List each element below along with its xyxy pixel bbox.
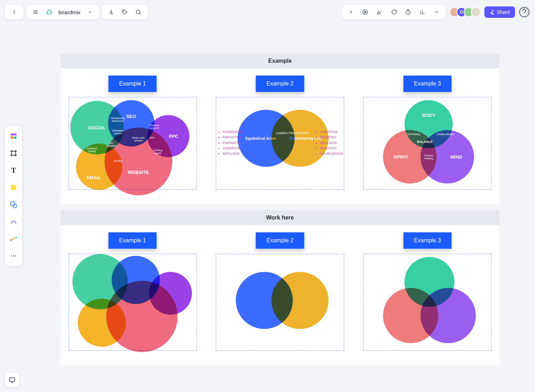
connector-icon[interactable] (7, 232, 20, 245)
svg-rect-13 (11, 134, 17, 136)
work1-label: Example 1 (108, 232, 157, 249)
example-section: Example 1 SOCIAL SEO PPC EMAIL WEBSITE C… (61, 68, 499, 204)
shape-icon[interactable] (7, 198, 20, 211)
label-cro: CRO (149, 136, 155, 139)
label-keyword: Keyword research (147, 124, 162, 130)
venn-example3[interactable]: BODY SPIRIT MIND BALANCE Self healing He… (363, 97, 491, 190)
comment-icon[interactable] (388, 6, 399, 18)
label-healthy: Healthy lifestyle (435, 133, 456, 136)
templates-icon[interactable] (7, 130, 20, 143)
help-icon[interactable] (519, 6, 530, 18)
document-title[interactable]: boardmix (57, 9, 82, 15)
more-icon[interactable] (7, 249, 20, 262)
search-icon[interactable] (133, 6, 144, 18)
play-circle-icon[interactable] (360, 6, 371, 18)
tag-icon[interactable] (119, 6, 131, 18)
svg-point-22 (10, 239, 12, 241)
svg-point-4 (136, 10, 140, 14)
cloud-sync-icon (44, 6, 55, 18)
label-reshare: Reshareable influencers (111, 117, 125, 123)
share-label: Share (497, 9, 510, 15)
chevron-right-icon[interactable] (345, 6, 357, 18)
label-center: Clean code content (129, 136, 147, 143)
left-toolbar: T (5, 126, 22, 266)
label-audience: Audience visibility (83, 147, 101, 153)
avatar-stack[interactable]: O (449, 7, 481, 17)
canvas[interactable]: Example Example 1 SOCIAL SEO PPC EMAIL W… (61, 53, 499, 365)
label-positive: Positive thinking (421, 154, 437, 160)
leo-bullets: AMBITIOUSDIGNIFIEDIDEALISTICROMANTICCOUR… (316, 129, 343, 156)
label-selfhealing: Self healing (404, 133, 422, 136)
venn-work3[interactable] (363, 254, 491, 351)
svg-point-26 (15, 256, 16, 257)
label-remarket: Re-marketing (106, 142, 117, 148)
timer-icon[interactable] (402, 6, 414, 18)
circle[interactable] (421, 288, 476, 343)
chevron-down-icon[interactable] (84, 6, 96, 18)
svg-point-3 (123, 11, 124, 11)
label-sending: Sending (113, 160, 123, 163)
avatar[interactable] (471, 7, 481, 17)
label-share: Shareable content (111, 129, 125, 135)
frame-icon[interactable] (7, 147, 20, 160)
example1-label: Example 1 (108, 76, 157, 92)
venn-example2[interactable]: Egotistical Aries Domineering Leo Leader… (216, 97, 344, 190)
circle[interactable] (271, 272, 328, 329)
chart-icon[interactable] (417, 6, 428, 18)
svg-point-23 (16, 237, 17, 238)
text-icon[interactable]: T (7, 164, 20, 177)
label-landing: Landing pages (151, 149, 165, 155)
share-button[interactable]: Share (484, 6, 515, 18)
svg-rect-27 (10, 378, 15, 381)
svg-marker-7 (365, 11, 366, 13)
venn-work1[interactable] (68, 254, 197, 351)
work3-label: Example 3 (403, 232, 452, 249)
circle[interactable] (106, 281, 178, 352)
example3-label: Example 3 (403, 76, 452, 92)
svg-rect-15 (14, 136, 16, 139)
slideshow-icon[interactable] (5, 373, 19, 387)
confetti-icon[interactable] (374, 6, 385, 18)
svg-rect-14 (11, 136, 13, 139)
back-button[interactable] (9, 6, 20, 18)
aries-bullets: PIONEERINGINNOVATIVEENERGETICASSERTIVEIM… (218, 129, 243, 156)
example2-label: Example 2 (256, 76, 304, 92)
section-header-example: Example (61, 53, 499, 68)
venn-example1[interactable]: SOCIAL SEO PPC EMAIL WEBSITE Clean code … (68, 97, 197, 190)
workhere-section: Example 1 Example 2 Example 3 (61, 225, 499, 365)
svg-rect-20 (11, 202, 15, 206)
menu-icon[interactable] (30, 6, 41, 18)
overlap-label: Leaders Fiery Dynamic (276, 131, 309, 135)
venn-work2[interactable] (216, 254, 344, 351)
download-icon[interactable] (106, 6, 117, 18)
chevron-down-icon[interactable] (431, 6, 442, 18)
svg-line-5 (139, 13, 141, 15)
label-balance: BALANCE (417, 140, 433, 144)
work2-label: Example 2 (256, 232, 304, 249)
pen-icon[interactable] (7, 215, 20, 228)
sticky-note-icon[interactable] (7, 181, 20, 194)
svg-point-25 (13, 256, 14, 257)
section-header-workhere: Work here (61, 210, 499, 225)
svg-point-24 (11, 256, 12, 257)
